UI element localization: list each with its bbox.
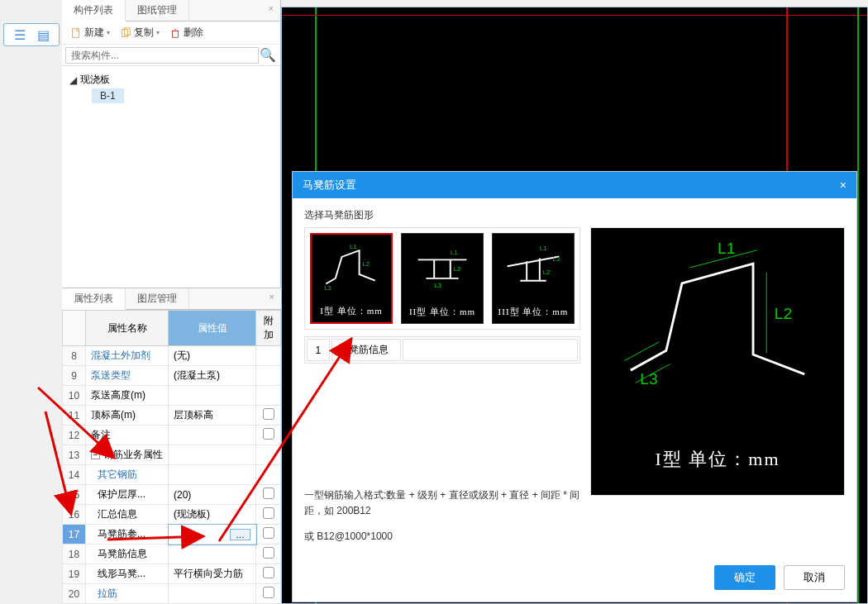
row-extra[interactable] [256, 346, 281, 366]
row-value[interactable] [169, 445, 256, 465]
row-extra[interactable] [256, 545, 281, 564]
dialog-titlebar[interactable]: 马凳筋设置 × [293, 172, 856, 198]
row-index: 19 [63, 564, 86, 584]
shape-type-2-icon: L1 L2 L3 [402, 234, 483, 307]
copy-icon [120, 27, 131, 39]
property-row[interactable]: 13−钢筋业务属性 [63, 445, 281, 465]
row-extra[interactable] [256, 406, 281, 426]
svg-rect-0 [73, 28, 79, 37]
search-input[interactable] [65, 47, 259, 64]
thumb-row: L1 L2 L3 I型 单位：mm L1 L2 L3 [304, 227, 845, 545]
row-name: 线形马凳... [86, 564, 169, 584]
property-row[interactable]: 20拉筋 [63, 584, 281, 604]
property-row[interactable]: 11顶标高(m)层顶标高 [63, 406, 281, 426]
new-file-icon [70, 27, 82, 39]
row-extra[interactable] [256, 445, 281, 465]
thumb-type-3[interactable]: L1 L3 L2 III型 单位：mm [492, 233, 575, 324]
svg-text:L3: L3 [434, 282, 441, 289]
row-name: −钢筋业务属性 [86, 445, 169, 465]
thumb-group: L1 L2 L3 I型 单位：mm L1 L2 L3 [304, 227, 580, 330]
row-extra[interactable] [256, 366, 281, 386]
row-value[interactable]: (现浇板) [169, 505, 256, 525]
delete-button[interactable]: 删除 [166, 24, 207, 41]
copy-button[interactable]: 复制 ▾ [117, 24, 163, 41]
checkbox-icon[interactable] [263, 567, 274, 578]
row-extra[interactable] [256, 505, 281, 525]
tabs-collapse-icon[interactable]: × [263, 288, 281, 309]
property-row[interactable]: 12备注 [63, 426, 281, 445]
property-panel: 属性列表 图层管理 × 属性名称 属性值 附加 8混凝土外加剂(无)9泵送类型(… [62, 288, 281, 604]
thumb-type-2[interactable]: L1 L2 L3 II型 单位：mm [401, 233, 484, 324]
dialog-title: 马凳筋设置 [303, 178, 356, 193]
expander-icon[interactable]: − [91, 450, 100, 459]
new-label: 新建 [84, 26, 104, 40]
copy-label: 复制 [134, 26, 154, 40]
row-value[interactable] [169, 465, 256, 485]
property-table: 属性名称 属性值 附加 8混凝土外加剂(无)9泵送类型(混凝土泵)10泵送高度(… [62, 310, 281, 604]
checkbox-icon[interactable] [263, 428, 274, 440]
dialog-body: 选择马凳筋图形 L1 L2 L3 I型 单位：mm [293, 198, 856, 557]
hint-line-1: 一型钢筋输入格式:数量 + 级别 + 直径或级别 + 直径 + 间距 * 间距，… [304, 487, 580, 519]
tab-components[interactable]: 构件列表 [62, 0, 126, 21]
row-extra[interactable] [256, 386, 281, 406]
row-value[interactable]: 层顶标高 [169, 406, 256, 426]
property-row[interactable]: 9泵送类型(混凝土泵) [63, 366, 281, 386]
property-row[interactable]: 10泵送高度(m) [63, 386, 281, 406]
tabs-collapse-icon[interactable]: × [262, 0, 280, 21]
checkbox-icon[interactable] [263, 507, 274, 519]
checkbox-icon[interactable] [263, 547, 274, 559]
row-value[interactable]: (无) [169, 346, 256, 366]
info-value[interactable] [403, 339, 578, 361]
svg-rect-3 [173, 31, 179, 37]
ellipsis-button[interactable]: … [230, 529, 250, 540]
property-row[interactable]: 15保护层厚...(20) [63, 485, 281, 505]
row-value[interactable]: (20) [169, 485, 256, 505]
tree-root-row[interactable]: ◢ 现浇板 [69, 71, 274, 88]
tree-child-item[interactable]: B-1 [92, 88, 124, 103]
row-extra[interactable] [256, 465, 281, 485]
component-toolbar: 新建 ▾ 复制 ▾ 删除 [62, 21, 280, 45]
row-index: 10 [63, 386, 86, 406]
view-mode-group[interactable]: ☰ ▤ [3, 23, 60, 46]
property-row[interactable]: 16汇总信息(现浇板) [63, 505, 281, 525]
property-row[interactable]: 19线形马凳...平行横向受力筋 [63, 564, 281, 584]
tab-layers[interactable]: 图层管理 [126, 288, 189, 309]
property-row[interactable]: 18马凳筋信息 [63, 545, 281, 564]
col-name: 属性名称 [86, 311, 169, 346]
row-extra[interactable] [256, 485, 281, 505]
property-row[interactable]: 14其它钢筋 [63, 465, 281, 485]
row-index: 9 [63, 366, 86, 386]
checkbox-icon[interactable] [263, 527, 274, 539]
row-value[interactable] [169, 426, 256, 445]
list-view-icon[interactable]: ☰ [12, 26, 28, 43]
search-icon[interactable]: 🔍 [259, 47, 277, 63]
madeng-dialog: 马凳筋设置 × 选择马凳筋图形 L1 L2 L3 I型 单位：mm [292, 171, 857, 602]
row-name: 其它钢筋 [86, 465, 169, 485]
new-button[interactable]: 新建 ▾ [67, 24, 113, 41]
row-extra[interactable] [256, 564, 281, 584]
row-value[interactable] [169, 584, 256, 604]
checkbox-icon[interactable] [263, 487, 274, 499]
row-value[interactable]: 平行横向受力筋 [169, 564, 256, 584]
search-row: 🔍 [62, 45, 280, 66]
property-row[interactable]: 8混凝土外加剂(无) [63, 346, 281, 366]
ok-button[interactable]: 确定 [714, 565, 775, 590]
property-row[interactable]: 17马凳筋参...… [63, 525, 281, 545]
checkbox-icon[interactable] [263, 408, 274, 420]
row-value[interactable] [169, 386, 256, 406]
thumb-type-1[interactable]: L1 L2 L3 I型 单位：mm [310, 233, 393, 324]
close-icon[interactable]: × [840, 178, 847, 192]
checkbox-icon[interactable] [263, 587, 274, 598]
row-extra[interactable] [256, 426, 281, 445]
row-value[interactable] [169, 545, 256, 564]
row-value[interactable]: (混凝土泵) [169, 366, 256, 386]
tab-properties[interactable]: 属性列表 [62, 288, 126, 310]
row-extra[interactable] [256, 525, 281, 545]
card-view-icon[interactable]: ▤ [35, 26, 51, 43]
axis-line [282, 15, 867, 16]
row-value[interactable]: … [169, 525, 256, 545]
cancel-button[interactable]: 取消 [784, 565, 845, 590]
tab-drawings[interactable]: 图纸管理 [126, 0, 189, 21]
info-table: 1 马凳筋信息 [304, 336, 580, 364]
row-extra[interactable] [256, 584, 281, 604]
